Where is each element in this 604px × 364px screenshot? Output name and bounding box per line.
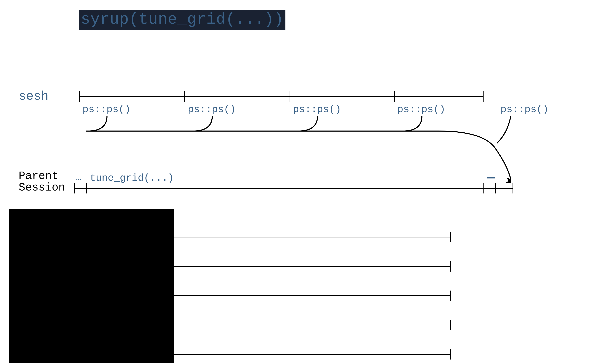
parent-session-timeline xyxy=(75,183,513,194)
worker-lines xyxy=(174,232,450,360)
ps-curves xyxy=(86,116,511,183)
sesh-timeline xyxy=(80,91,483,102)
diagram-svg xyxy=(0,0,604,364)
